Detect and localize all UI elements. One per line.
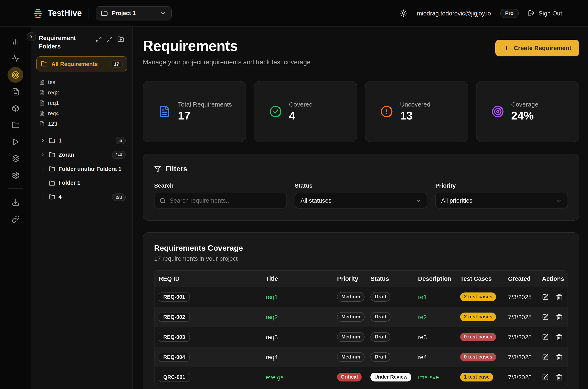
file-label: req4: [48, 110, 59, 117]
status-badge: Draft: [371, 332, 391, 342]
app-shell: Requirement Folders All Requirements 17 …: [0, 27, 588, 389]
create-requirement-button[interactable]: Create Requirement: [495, 40, 579, 56]
app-root: TestHive Project 1 miodrag.todorovic@jig…: [0, 0, 588, 389]
priority-filter: Priority All priorities: [435, 182, 568, 208]
delete-button[interactable]: [556, 374, 562, 380]
activity-icon: [11, 54, 19, 62]
status-label: Status: [295, 182, 427, 189]
chevron-down-icon: [556, 197, 562, 204]
chevron-down-icon: [160, 10, 166, 16]
requirement-folders-panel: Requirement Folders All Requirements 17 …: [31, 27, 133, 389]
requirement-title-link[interactable]: eve ga: [265, 374, 284, 380]
folder-icon: [41, 61, 48, 67]
folder-item[interactable]: 1 5: [31, 133, 132, 148]
file-item[interactable]: 123: [31, 119, 132, 129]
expand-all-button[interactable]: [96, 36, 102, 43]
delete-button[interactable]: [556, 293, 562, 300]
file-item[interactable]: req2: [31, 87, 132, 98]
sidebar-item-all-requirements[interactable]: All Requirements 17: [36, 56, 127, 71]
priority-badge: Medium: [337, 332, 364, 342]
file-item[interactable]: tes: [31, 77, 132, 87]
folder-label: 1: [59, 137, 112, 144]
logout-icon: [528, 10, 535, 17]
test-cases-badge: 2 test cases: [460, 292, 496, 301]
delete-button[interactable]: [556, 354, 562, 360]
folder-item[interactable]: Zoran 1/4: [31, 148, 132, 162]
requirement-description: re2: [418, 314, 427, 320]
edit-button[interactable]: [542, 354, 549, 360]
rail-item-runs[interactable]: [7, 134, 23, 150]
rail-item-requirements[interactable]: [7, 67, 23, 83]
file-item[interactable]: req1: [31, 98, 132, 108]
panel-collapse-button[interactable]: [27, 32, 36, 41]
folder-label: 4: [59, 194, 108, 201]
edit-button[interactable]: [542, 374, 549, 380]
rail-item-download[interactable]: [7, 194, 23, 210]
folder-item[interactable]: 4 2/3: [31, 190, 132, 204]
edit-icon: [542, 314, 549, 320]
stat-label: Total Requirements: [178, 101, 232, 108]
row-actions: [538, 293, 568, 300]
table-row: REQ-002 req2 Medium Draft re2 2 test cas…: [154, 307, 567, 327]
requirement-title-link[interactable]: req4: [265, 354, 278, 360]
search-input[interactable]: [170, 197, 281, 204]
filters-title: Filters: [165, 165, 187, 173]
rail-item-settings[interactable]: [7, 167, 23, 183]
testhive-logo-icon: [32, 8, 43, 19]
folder-label: Folder unutar Foldera 1: [59, 165, 126, 173]
search-icon: [160, 197, 166, 204]
rail-item-documents[interactable]: [7, 84, 23, 99]
file-list: tes req2 req1 req4 123: [31, 77, 132, 129]
requirement-title-link[interactable]: req2: [265, 314, 278, 320]
edit-button[interactable]: [542, 334, 549, 340]
status-badge: Draft: [371, 312, 391, 322]
column-header-test-cases: Test Cases: [456, 275, 504, 282]
folder-icon: [101, 10, 108, 17]
folder-item[interactable]: Folder unutar Foldera 1: [31, 162, 132, 176]
alert-circle-icon: [381, 105, 393, 118]
edit-button[interactable]: [542, 314, 549, 320]
rail-item-bar-chart[interactable]: [7, 33, 23, 49]
rail-item-layers[interactable]: [7, 150, 23, 166]
sign-out-label: Sign Out: [538, 10, 562, 17]
folder-item[interactable]: Folder 1: [31, 176, 132, 190]
edit-button[interactable]: [542, 293, 549, 300]
play-icon: [11, 138, 19, 146]
requirement-title-link[interactable]: req3: [265, 334, 278, 340]
rail-item-activity[interactable]: [7, 50, 23, 66]
rail-item-link[interactable]: [7, 211, 23, 227]
requirement-title-link[interactable]: req1: [265, 293, 278, 300]
new-folder-button[interactable]: [117, 36, 124, 43]
project-selector[interactable]: Project 1: [96, 6, 172, 20]
stat-label: Coverage: [511, 101, 538, 108]
icon-rail: [0, 27, 31, 389]
delete-button[interactable]: [556, 314, 562, 320]
rail-item-package[interactable]: [7, 100, 23, 116]
priority-select[interactable]: All priorities: [435, 193, 568, 208]
all-requirements-count: 17: [110, 60, 123, 68]
folder-plus-icon: [117, 36, 124, 43]
requirement-description: re4: [418, 354, 427, 360]
priority-badge: Medium: [337, 312, 364, 322]
search-label: Search: [154, 182, 287, 189]
collapse-all-button[interactable]: [107, 36, 113, 43]
stat-label: Uncovered: [400, 101, 430, 108]
created-date: 7/3/2025: [508, 354, 532, 360]
rail-item-folders[interactable]: [7, 117, 23, 133]
trash-icon: [556, 374, 562, 380]
column-header-title: Title: [262, 275, 333, 282]
stat-cards: Total Requirements 17 Covered 4 Uncovere…: [143, 81, 579, 142]
status-select[interactable]: All statuses: [295, 193, 427, 208]
table-row: REQ-003 req3 Medium Draft re3 0 test cas…: [154, 327, 567, 347]
theme-toggle-button[interactable]: [400, 9, 408, 17]
delete-button[interactable]: [556, 334, 562, 340]
stat-text: Covered 4: [289, 101, 313, 122]
stat-value: 4: [289, 109, 313, 122]
edit-icon: [542, 334, 549, 340]
project-selector-value: Project 1: [112, 10, 136, 16]
status-badge: Under Review: [371, 373, 411, 382]
status-badge: Draft: [371, 352, 391, 362]
file-item[interactable]: req4: [31, 108, 132, 119]
sign-out-button[interactable]: Sign Out: [528, 10, 562, 17]
edit-icon: [542, 354, 549, 360]
